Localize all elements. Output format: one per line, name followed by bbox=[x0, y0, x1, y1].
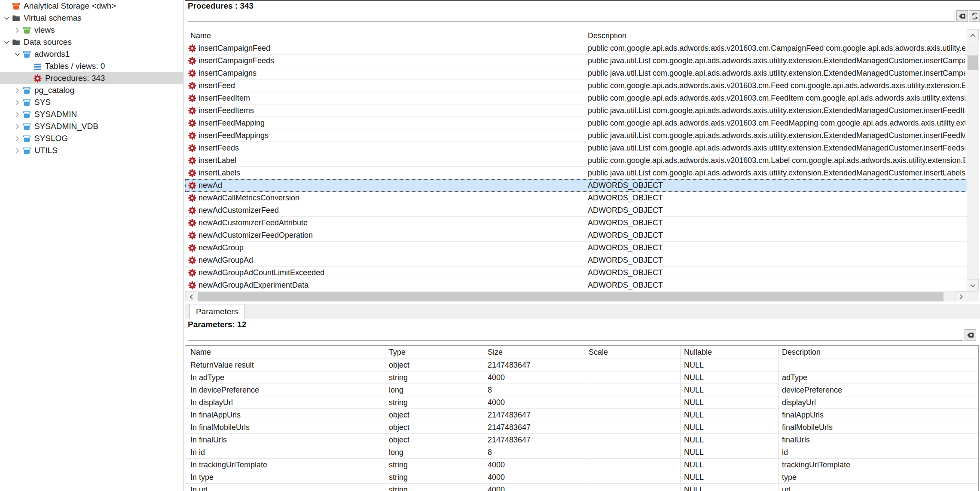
procedure-row-insertfeedmapping[interactable]: insertFeedMappingpublic com.google.api.a… bbox=[185, 117, 967, 129]
procedure-row-insertlabel[interactable]: insertLabelpublic com.google.api.ads.adw… bbox=[185, 154, 967, 167]
horizontal-scroll-thumb[interactable] bbox=[198, 292, 943, 301]
tree-item-tables-views-0[interactable]: Tables / views: 0 bbox=[0, 60, 183, 72]
chevron-down-icon[interactable] bbox=[3, 38, 11, 46]
procedures-clear-filter-button[interactable] bbox=[956, 10, 968, 22]
gear-icon bbox=[188, 81, 197, 90]
scroll-up-button[interactable] bbox=[967, 29, 979, 41]
storage-blue-icon bbox=[22, 50, 31, 59]
procedure-row-insertfeeds[interactable]: insertFeedspublic java.util.List com.goo… bbox=[185, 142, 967, 154]
chevron-right-icon[interactable] bbox=[13, 26, 21, 34]
column-header-scale[interactable]: Scale bbox=[589, 346, 608, 359]
parameter-row-in-trackingurltemplate[interactable]: In trackingUrlTemplatestring4000NULLtrac… bbox=[185, 459, 978, 471]
procedures-refresh-button[interactable] bbox=[969, 10, 980, 22]
column-header-type[interactable]: Type bbox=[389, 346, 406, 359]
procedure-row-newadgroupadcountlimitexceeded[interactable]: newAdGroupAdCountLimitExceededADWORDS_OB… bbox=[185, 267, 967, 279]
parameter-row-in-finalurls[interactable]: In finalUrlsobject2147483647NULLfinalUrl… bbox=[185, 434, 978, 446]
vertical-scroll-thumb[interactable] bbox=[968, 55, 978, 70]
procedure-row-insertfeeditem[interactable]: insertFeedItempublic com.google.api.ads.… bbox=[185, 92, 967, 104]
procedure-description: public java.util.List com.google.api.ads… bbox=[588, 104, 965, 117]
procedures-filter-input[interactable] bbox=[188, 11, 955, 21]
parameter-description: devicePreference bbox=[782, 384, 975, 396]
parameter-name: In type bbox=[190, 471, 382, 483]
tree-item-data-sources[interactable]: Data sources bbox=[0, 36, 183, 48]
tree-item-virtual-schemas[interactable]: Virtual schemas bbox=[0, 12, 183, 24]
parameter-row-in-displayurl[interactable]: In displayUrlstring4000NULLdisplayUrl bbox=[185, 396, 978, 409]
procedure-row-insertfeedmappings[interactable]: insertFeedMappingspublic java.util.List … bbox=[185, 129, 967, 142]
tree-item-adwords1[interactable]: adwords1 bbox=[0, 48, 183, 60]
tree-item-syslog[interactable]: SYSLOG bbox=[0, 132, 183, 144]
parameter-row-in-finalappurls[interactable]: In finalAppUrlsobject2147483647NULLfinal… bbox=[185, 409, 978, 421]
chevron-right-icon[interactable] bbox=[13, 98, 21, 107]
parameter-type: object bbox=[389, 434, 480, 446]
parameter-row-in-type[interactable]: In typestring4000NULLtype bbox=[185, 471, 978, 484]
parameter-row-in-id[interactable]: In idlong8NULLid bbox=[185, 446, 978, 459]
column-header-description[interactable]: Description bbox=[782, 346, 821, 359]
gear-icon bbox=[188, 281, 197, 290]
procedure-row-insertfeeditems[interactable]: insertFeedItemspublic java.util.List com… bbox=[185, 104, 967, 117]
parameter-description: id bbox=[782, 446, 975, 458]
chevron-right-icon[interactable] bbox=[13, 123, 21, 131]
column-header-nullable[interactable]: Nullable bbox=[684, 346, 712, 359]
parameter-description: type bbox=[782, 471, 975, 483]
tree-item-procedures-343[interactable]: Procedures: 343 bbox=[0, 72, 183, 84]
chevron-right-icon[interactable] bbox=[13, 110, 21, 119]
chevron-right-icon[interactable] bbox=[13, 147, 21, 155]
procedure-name: insertCampaignFeeds bbox=[198, 55, 274, 67]
parameter-type: string bbox=[389, 484, 480, 491]
tree-item-sys[interactable]: SYS bbox=[0, 96, 183, 108]
parameter-size: 4000 bbox=[488, 471, 581, 483]
tree-item-analytical-storage-dwh[interactable]: Analytical Storage <dwh> bbox=[0, 0, 183, 12]
tree-item-label: pg_catalog bbox=[34, 86, 74, 95]
procedure-row-newadgroupadexperimentdata[interactable]: newAdGroupAdExperimentDataADWORDS_OBJECT bbox=[185, 279, 967, 292]
procedure-row-newadgroup[interactable]: newAdGroupADWORDS_OBJECT bbox=[185, 242, 967, 254]
chevron-right-icon[interactable] bbox=[13, 86, 21, 95]
procedures-rows: insertCampaignFeedpublic com.google.api.… bbox=[185, 42, 967, 292]
procedure-row-newadcustomizerfeed[interactable]: newAdCustomizerFeedADWORDS_OBJECT bbox=[185, 204, 967, 217]
parameter-row-in-url[interactable]: In urlstring4000NULLurl bbox=[185, 484, 978, 491]
parameters-clear-filter-button[interactable] bbox=[965, 329, 976, 341]
procedure-row-newadcustomizerfeedattribute[interactable]: newAdCustomizerFeedAttributeADWORDS_OBJE… bbox=[185, 217, 967, 229]
chevron-down-icon[interactable] bbox=[3, 14, 11, 22]
procedures-horizontal-scrollbar[interactable] bbox=[185, 292, 967, 302]
column-divider bbox=[585, 346, 585, 491]
scrollbar-corner bbox=[967, 292, 979, 302]
procedure-row-insertfeed[interactable]: insertFeedpublic com.google.api.ads.adwo… bbox=[185, 80, 967, 92]
procedure-row-insertcampaignfeed[interactable]: insertCampaignFeedpublic com.google.api.… bbox=[185, 42, 967, 55]
parameter-description: trackingUrlTemplate bbox=[782, 459, 975, 471]
column-header-description[interactable]: Description bbox=[588, 29, 626, 42]
parameter-scale bbox=[589, 434, 677, 446]
procedure-row-insertlabels[interactable]: insertLabelspublic java.util.List com.go… bbox=[185, 167, 967, 179]
column-header-name[interactable]: Name bbox=[190, 346, 211, 359]
parameter-row-returnvalue-result[interactable]: ReturnValue resultobject2147483647NULL bbox=[185, 359, 978, 371]
tree-item-views[interactable]: views bbox=[0, 24, 183, 36]
procedure-row-newadcustomizerfeedoperation[interactable]: newAdCustomizerFeedOperationADWORDS_OBJE… bbox=[185, 229, 967, 242]
tree-item-sysadmin[interactable]: SYSADMIN bbox=[0, 108, 183, 120]
column-header-name[interactable]: Name bbox=[190, 29, 211, 42]
chevron-right-icon[interactable] bbox=[13, 135, 21, 143]
gear-icon bbox=[188, 156, 197, 165]
procedures-vertical-scrollbar[interactable] bbox=[967, 29, 979, 292]
parameter-row-in-adtype[interactable]: In adTypestring4000NULLadType bbox=[185, 371, 978, 384]
procedure-row-newadgroupad[interactable]: newAdGroupAdADWORDS_OBJECT bbox=[185, 254, 967, 267]
procedure-description: public java.util.List com.google.api.ads… bbox=[588, 55, 965, 67]
procedure-description: public java.util.List com.google.api.ads… bbox=[588, 67, 965, 79]
tree-item-sysadmin-vdb[interactable]: SYSADMIN_VDB bbox=[0, 120, 183, 132]
parameter-row-in-devicepreference[interactable]: In devicePreferencelong8NULLdevicePrefer… bbox=[185, 384, 978, 396]
scroll-left-button[interactable] bbox=[185, 292, 197, 302]
parameters-filter-input[interactable] bbox=[188, 330, 963, 341]
scroll-down-button[interactable] bbox=[967, 279, 979, 292]
tree-item-utils[interactable]: UTILS bbox=[0, 144, 183, 157]
procedure-row-newad[interactable]: newAdADWORDS_OBJECT bbox=[185, 179, 967, 192]
column-header-size[interactable]: Size bbox=[488, 346, 503, 359]
scroll-right-button[interactable] bbox=[955, 292, 967, 302]
parameter-size: 4000 bbox=[488, 396, 581, 408]
parameter-row-in-finalmobileurls[interactable]: In finalMobileUrlsobject2147483647NULLfi… bbox=[185, 421, 978, 434]
tree-item-pg-catalog[interactable]: pg_catalog bbox=[0, 84, 183, 96]
parameter-name: In displayUrl bbox=[190, 396, 382, 408]
procedure-row-insertcampaigns[interactable]: insertCampaignspublic java.util.List com… bbox=[185, 67, 967, 80]
procedure-row-newadcallmetricsconversion[interactable]: newAdCallMetricsConversionADWORDS_OBJECT bbox=[185, 192, 967, 204]
tab-parameters[interactable]: Parameters bbox=[189, 304, 244, 319]
tree-item-label: SYSADMIN bbox=[34, 110, 77, 119]
chevron-down-icon[interactable] bbox=[13, 50, 21, 58]
procedure-row-insertcampaignfeeds[interactable]: insertCampaignFeedspublic java.util.List… bbox=[185, 55, 967, 67]
